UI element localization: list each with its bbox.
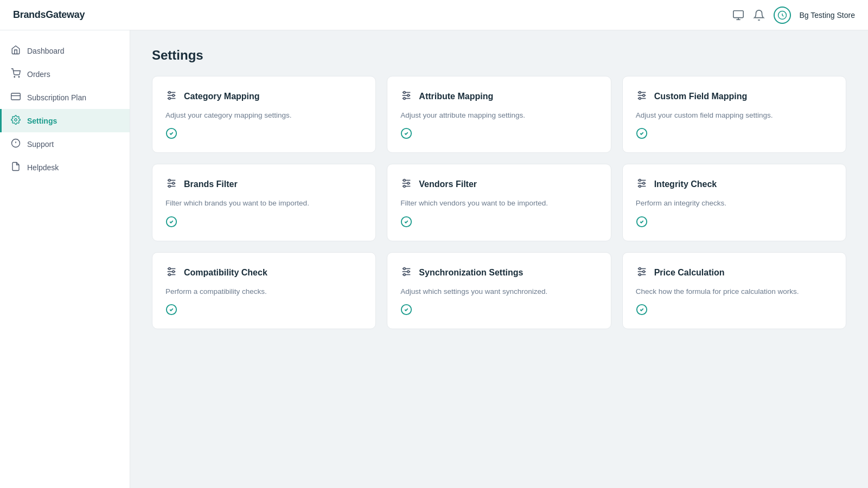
sidebar: Dashboard Orders Subscription Plan Setti… [0, 30, 130, 488]
settings-card-vendors-filter[interactable]: Vendors Filter Filter which vendors you … [387, 164, 611, 241]
sidebar-item-settings[interactable]: Settings [0, 109, 130, 132]
svg-point-59 [169, 273, 171, 275]
svg-point-58 [173, 271, 175, 273]
support-icon [11, 138, 21, 150]
monitor-icon[interactable] [732, 9, 744, 21]
sidebar-label-support: Support [27, 140, 54, 149]
svg-point-52 [639, 185, 641, 188]
card-status [165, 304, 362, 316]
card-header: Synchronization Settings [400, 266, 597, 280]
notification-icon[interactable] [753, 9, 765, 21]
svg-point-16 [173, 94, 175, 97]
svg-point-57 [169, 267, 171, 269]
sidebar-item-subscription[interactable]: Subscription Plan [0, 86, 130, 109]
logo: BrandsGateway [13, 9, 85, 21]
card-status [636, 127, 833, 139]
svg-point-5 [18, 76, 20, 78]
card-header: Attribute Mapping [400, 89, 597, 104]
card-header: Price Calculation [636, 266, 833, 280]
svg-point-50 [639, 179, 641, 182]
card-title: Price Calculation [654, 268, 725, 278]
card-title: Synchronization Settings [419, 268, 523, 278]
check-circle-icon [165, 304, 177, 316]
settings-card-price-calculation[interactable]: Price Calculation Check how the formula … [622, 252, 846, 329]
settings-card-custom-field-mapping[interactable]: Custom Field Mapping Adjust your custom … [622, 76, 846, 153]
card-header: Category Mapping [165, 89, 362, 104]
svg-point-8 [15, 119, 17, 121]
svg-point-22 [404, 92, 406, 94]
check-circle-icon [636, 127, 648, 139]
orders-icon [11, 68, 21, 80]
sidebar-item-dashboard[interactable]: Dashboard [0, 39, 130, 62]
card-title: Custom Field Mapping [654, 92, 748, 101]
check-circle-icon [165, 216, 177, 228]
settings-icon [11, 115, 21, 126]
sidebar-label-dashboard: Dashboard [27, 47, 65, 55]
settings-card-brands-filter[interactable]: Brands Filter Filter which brands you wa… [152, 164, 376, 241]
svg-point-72 [642, 271, 644, 273]
card-status [636, 216, 833, 228]
card-description: Adjust your custom field mapping setting… [636, 110, 833, 121]
settings-card-synchronization-settings[interactable]: Synchronization Settings Adjust which se… [387, 252, 611, 329]
svg-point-4 [14, 76, 15, 78]
card-description: Adjust your category mapping settings. [165, 110, 362, 121]
header: BrandsGateway Bg Testing Store [0, 0, 868, 30]
sidebar-label-orders: Orders [27, 70, 50, 79]
card-title: Brands Filter [184, 179, 238, 189]
svg-point-15 [169, 92, 171, 94]
svg-point-64 [404, 267, 406, 269]
card-settings-icon [636, 266, 648, 280]
svg-rect-0 [733, 10, 743, 17]
card-settings-icon [165, 89, 177, 104]
settings-card-category-mapping[interactable]: Category Mapping Adjust your category ma… [152, 76, 376, 153]
card-description: Filter which vendors you want to be impo… [400, 198, 597, 209]
card-header: Integrity Check [636, 177, 833, 191]
card-settings-icon [400, 266, 412, 280]
card-status [636, 304, 833, 316]
card-settings-icon [400, 89, 412, 104]
card-status [400, 216, 597, 228]
svg-point-73 [639, 273, 641, 275]
svg-point-65 [407, 271, 410, 273]
svg-point-43 [404, 179, 406, 182]
card-header: Brands Filter [165, 177, 362, 191]
sidebar-item-support[interactable]: Support [0, 132, 130, 156]
svg-point-45 [404, 185, 406, 188]
settings-card-integrity-check[interactable]: Integrity Check Perform an integrity che… [622, 164, 846, 241]
check-circle-icon [400, 304, 412, 316]
settings-grid: Category Mapping Adjust your category ma… [152, 76, 846, 329]
card-settings-icon [636, 177, 648, 191]
card-title: Integrity Check [654, 179, 717, 189]
card-status [165, 127, 362, 139]
card-description: Adjust which settings you want synchroni… [400, 286, 597, 297]
settings-card-compatibility-check[interactable]: Compatibility Check Perform a compatibil… [152, 252, 376, 329]
header-actions: Bg Testing Store [732, 7, 855, 24]
svg-point-30 [642, 94, 644, 97]
sidebar-label-settings: Settings [27, 117, 57, 125]
card-title: Vendors Filter [419, 179, 477, 189]
user-avatar[interactable] [774, 7, 791, 24]
sidebar-label-subscription: Subscription Plan [27, 93, 86, 102]
check-circle-icon [636, 304, 648, 316]
card-status [165, 216, 362, 228]
settings-card-attribute-mapping[interactable]: Attribute Mapping Adjust your attribute … [387, 76, 611, 153]
page-title: Settings [152, 48, 846, 63]
check-circle-icon [400, 216, 412, 228]
card-description: Check how the formula for price calculat… [636, 286, 833, 297]
check-circle-icon [165, 127, 177, 139]
card-description: Perform an integrity checks. [636, 198, 833, 209]
sidebar-item-helpdesk[interactable]: Helpdesk [0, 156, 130, 179]
card-title: Attribute Mapping [419, 92, 493, 101]
card-settings-icon [636, 89, 648, 104]
sidebar-item-orders[interactable]: Orders [0, 62, 130, 86]
card-header: Compatibility Check [165, 266, 362, 280]
svg-point-44 [407, 182, 410, 184]
card-status [400, 304, 597, 316]
svg-rect-6 [11, 93, 21, 100]
svg-point-38 [169, 185, 171, 188]
card-settings-icon [165, 266, 177, 280]
user-name: Bg Testing Store [800, 11, 855, 20]
card-description: Filter which brands you want to be impor… [165, 198, 362, 209]
sidebar-label-helpdesk: Helpdesk [27, 163, 59, 172]
card-status [400, 127, 597, 139]
